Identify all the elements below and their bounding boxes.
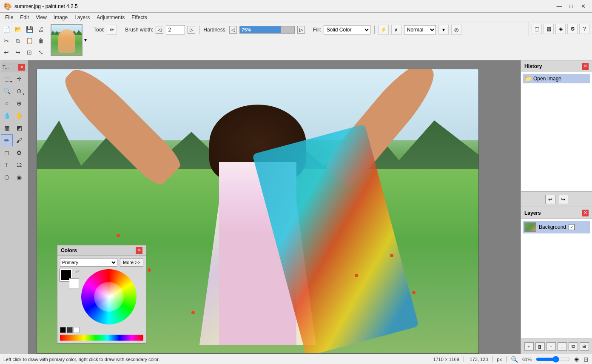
copy-button[interactable]: ⧉ (12, 35, 23, 46)
history-panel-content: 📁 Open Image (521, 72, 592, 191)
resize-button[interactable]: ⤡ (35, 47, 46, 58)
menu-view[interactable]: View (32, 14, 50, 21)
delete-button[interactable]: 🗑 (35, 35, 46, 46)
move-layer-up-button[interactable]: ↑ (546, 342, 556, 351)
hardness-increase[interactable]: ▷ (297, 26, 305, 34)
help-btn[interactable]: ? (579, 24, 589, 34)
brush-width-increase[interactable]: ▷ (188, 26, 195, 34)
layer-name: Background (539, 224, 566, 230)
fit-window-button[interactable]: ⊡ (583, 356, 589, 363)
menu-edit[interactable]: Edit (17, 14, 32, 21)
undo-history-button[interactable]: ↩ (545, 195, 555, 204)
redo-history-button[interactable]: ↪ (558, 195, 568, 204)
zoom-slider[interactable] (536, 356, 570, 363)
selection-tool-btn[interactable]: ⬚ (532, 24, 542, 34)
merge-layer-button[interactable]: ⊞ (580, 342, 589, 351)
menu-image[interactable]: Image (50, 14, 71, 21)
minimize-button[interactable]: — (554, 2, 565, 11)
delete-layer-button[interactable]: 🗑 (535, 342, 545, 351)
layer-item[interactable]: Background ✓ (523, 221, 590, 233)
image-thumbnail[interactable] (51, 24, 83, 56)
toolbar-icons: 📄 📂 💾 🖨 ✂ ⧉ 📋 🗑 ↩ ↪ ⊡ ⤡ (0, 22, 47, 60)
add-layer-button[interactable]: + (524, 342, 534, 351)
duplicate-layer-button[interactable]: ⧉ (569, 342, 578, 351)
tool-clone-stamp[interactable]: ✿ (13, 147, 25, 159)
tool-ellipse[interactable]: ○ (1, 97, 13, 109)
canvas-area[interactable]: Colors ✕ Primary Secondary More >> ⇄ (28, 60, 521, 354)
blend-mode-select[interactable]: Normal (404, 25, 436, 34)
image-thumbnail-area: ▾ (47, 22, 90, 57)
undo-button[interactable]: ↩ (1, 47, 12, 58)
tool-text[interactable]: T (1, 159, 13, 171)
cursor-coordinates: -173, 123 (468, 357, 488, 362)
tool-paint-bucket[interactable]: ▦ (1, 122, 13, 134)
menu-effects[interactable]: Effects (128, 14, 150, 21)
hardness-bar[interactable]: 75% (239, 26, 295, 34)
color-spectrum-bar[interactable] (60, 335, 143, 341)
tool-pencil[interactable]: ✏ (1, 134, 13, 146)
blend-dropdown[interactable]: ▾ (438, 25, 449, 35)
brush-width-decrease[interactable]: ◁ (156, 26, 163, 34)
cut-button[interactable]: ✂ (1, 35, 12, 46)
tool-row-9: ⬡ ◉ (1, 171, 27, 183)
antialiasing-icon[interactable]: ∧ (391, 25, 401, 35)
save-button[interactable]: 💾 (24, 24, 35, 35)
tool-move[interactable]: ✛ (13, 73, 25, 85)
tool-eraser[interactable]: ◻ (1, 147, 13, 159)
tool-shapes[interactable]: ⬡ (1, 171, 13, 183)
layer-visibility-checkbox[interactable]: ✓ (569, 224, 575, 230)
thumbnail-dropdown[interactable]: ▾ (84, 37, 87, 43)
menu-adjustments[interactable]: Adjustments (93, 14, 128, 21)
zoom-in-button[interactable]: ⊕ (574, 356, 579, 363)
more-colors-button[interactable]: More >> (120, 258, 143, 267)
print-button[interactable]: 🖨 (35, 24, 46, 35)
maximize-button[interactable]: □ (566, 2, 577, 11)
redo-button[interactable]: ↪ (12, 47, 23, 58)
color-wheel[interactable] (81, 269, 137, 324)
toolbar-options: Tool: ✏ Brush width: ◁ 2 ▷ Hardness: ◁ 7… (90, 22, 529, 37)
zoom-out-button[interactable]: 🔍 (511, 356, 518, 363)
tool-gradient[interactable]: ◩ (13, 122, 25, 134)
pencil-tool-icon[interactable]: ✏ (107, 25, 117, 35)
tool-brush[interactable]: 🖌 (13, 134, 25, 146)
colors-panel-close[interactable]: ✕ (136, 247, 142, 254)
window-title: summer.jpg - paint.net 4.2.5 (14, 3, 78, 9)
opacity-icon[interactable]: ◎ (451, 25, 461, 35)
blend-option-icon[interactable]: ⚡ (379, 25, 389, 35)
fill-select[interactable]: Solid Color (324, 25, 370, 34)
tool-rectangle-select[interactable]: ⬚▾ (1, 73, 13, 85)
hardness-decrease[interactable]: ◁ (229, 26, 237, 34)
tool-number[interactable]: 12 (13, 159, 25, 171)
menu-layers[interactable]: Layers (71, 14, 93, 21)
swap-colors-icon[interactable]: ⇄ (75, 269, 79, 274)
tool-zoom[interactable]: 🔍 (1, 85, 13, 97)
move-layer-down-button[interactable]: ↓ (558, 342, 567, 351)
color-btn[interactable]: ◈ (555, 24, 566, 34)
layers-panel-close[interactable]: ✕ (582, 210, 589, 216)
background-color[interactable] (69, 279, 79, 288)
swatch-black[interactable] (60, 327, 66, 333)
tool-pan[interactable]: ✋ (13, 110, 25, 122)
tool-row-8: T 12 (1, 159, 27, 171)
toolbar-row: 📄 📂 💾 🖨 ✂ ⧉ 📋 🗑 ↩ ↪ ⊡ ⤡ ▾ Tool (0, 22, 592, 60)
menu-file[interactable]: File (2, 14, 17, 21)
tool-recolor[interactable]: ◉ (13, 171, 25, 183)
new-button[interactable]: 📄 (1, 24, 12, 35)
close-button[interactable]: ✕ (578, 2, 589, 11)
tool-lasso[interactable]: ⊙▾ (13, 85, 25, 97)
tool-panel-close[interactable]: ✕ (18, 64, 25, 71)
tool-row-4: 💧 ✋ (1, 110, 27, 122)
paint-tool-btn[interactable]: ▧ (544, 24, 554, 34)
tool-zoom-select[interactable]: ⊕ (13, 97, 25, 109)
history-item[interactable]: 📁 Open Image (523, 74, 590, 83)
swatch-darkgray[interactable] (67, 327, 73, 333)
settings-btn[interactable]: ⚙ (567, 24, 578, 34)
brush-width-input[interactable]: 2 (166, 25, 185, 34)
primary-secondary-select[interactable]: Primary Secondary (60, 258, 117, 267)
tool-color-picker[interactable]: 💧 (1, 110, 13, 122)
open-button[interactable]: 📂 (12, 24, 23, 35)
crop-button[interactable]: ⊡ (24, 47, 35, 58)
history-panel-close[interactable]: ✕ (582, 63, 589, 70)
paste-button[interactable]: 📋 (24, 35, 35, 46)
swatch-white[interactable] (74, 327, 80, 333)
